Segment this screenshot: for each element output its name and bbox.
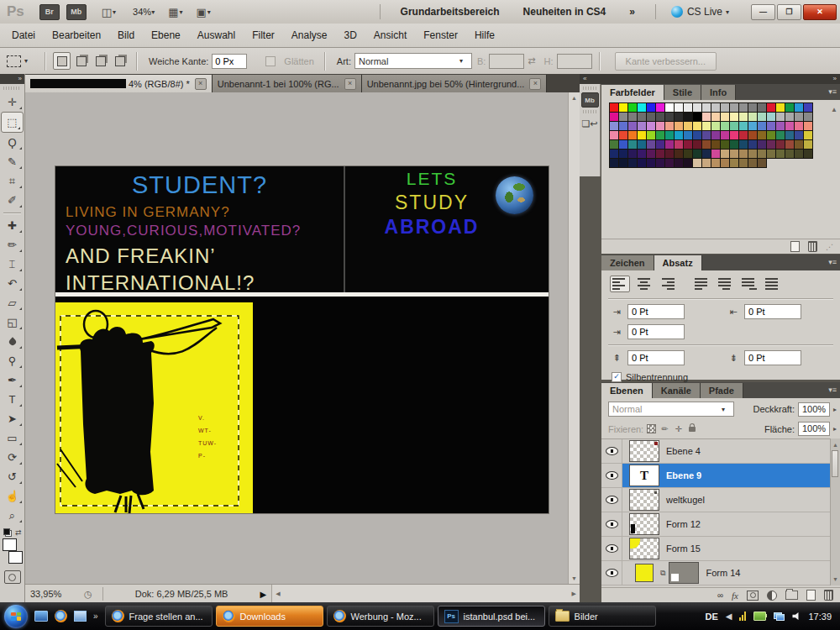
color-swatch[interactable] <box>619 103 627 112</box>
start-button[interactable] <box>4 605 28 628</box>
color-swatch[interactable] <box>647 140 655 149</box>
color-swatch[interactable] <box>721 150 729 158</box>
color-swatch[interactable] <box>795 113 803 121</box>
lock-transparency-icon[interactable] <box>647 424 656 433</box>
layer-row-form-14[interactable]: ⧉ Form 14 <box>601 561 840 585</box>
color-swatch[interactable] <box>693 103 701 112</box>
history-brush-tool-icon[interactable]: ↶ <box>0 274 24 293</box>
default-colors-icon[interactable] <box>3 528 12 537</box>
layer-thumbnail[interactable] <box>629 538 659 559</box>
color-swatch[interactable] <box>693 131 701 139</box>
color-swatch[interactable] <box>638 140 646 149</box>
wifi-icon[interactable] <box>739 612 746 621</box>
color-swatch[interactable] <box>721 122 729 130</box>
color-swatch[interactable] <box>767 150 775 158</box>
taskbar-button-istanbul-psd[interactable]: Ps istanbul.psd bei... <box>438 606 545 627</box>
layer-style-icon[interactable]: fx <box>732 591 738 601</box>
color-swatch[interactable] <box>684 140 692 149</box>
quicklaunch-overflow-icon[interactable]: » <box>93 612 98 621</box>
space-before-field[interactable] <box>627 350 685 365</box>
foreground-color-swatch[interactable] <box>3 538 17 551</box>
width-input[interactable] <box>489 54 524 69</box>
tab-stile[interactable]: Stile <box>664 85 701 100</box>
layer-name[interactable]: Form 15 <box>666 543 701 554</box>
lock-all-icon[interactable] <box>689 427 696 432</box>
color-swatch[interactable] <box>619 122 627 130</box>
color-swatch[interactable] <box>702 159 711 167</box>
toolbox-grip[interactable] <box>3 87 21 90</box>
link-dimensions-icon[interactable]: ⇄ <box>528 55 535 66</box>
style-select[interactable]: Normal ▾ <box>354 53 472 69</box>
menu-auswahl[interactable]: Auswahl <box>189 29 244 41</box>
color-swatch[interactable] <box>711 113 720 121</box>
space-after-field[interactable] <box>744 350 801 365</box>
color-swatch[interactable] <box>684 122 692 130</box>
color-swatch[interactable] <box>693 150 701 158</box>
tray-expand-icon[interactable]: ◀ <box>726 612 732 621</box>
layer-mask-thumbnail[interactable] <box>669 562 699 584</box>
color-swatch[interactable] <box>739 113 748 121</box>
color-swatch[interactable] <box>684 113 692 121</box>
color-swatch[interactable] <box>675 159 683 167</box>
layer-row-weltkugel[interactable]: weltkugel <box>601 488 840 512</box>
color-swatch[interactable] <box>748 113 757 121</box>
selection-mode-new-button[interactable] <box>53 52 71 70</box>
color-swatch[interactable] <box>684 159 692 167</box>
document-tab[interactable]: Unbenannt.jpg bei 50% (Hintergrund... × <box>362 75 548 92</box>
firefox-quicklaunch-icon[interactable] <box>55 610 67 622</box>
color-swatch[interactable] <box>785 131 794 139</box>
antialias-checkbox[interactable] <box>265 56 276 66</box>
color-swatch[interactable] <box>730 150 738 158</box>
color-swatch[interactable] <box>656 103 664 112</box>
toolbox-collapse-icon[interactable]: » <box>0 74 24 84</box>
color-swatch[interactable] <box>758 140 766 149</box>
indent-right-field[interactable] <box>744 304 801 319</box>
color-swatch[interactable] <box>693 140 701 149</box>
tab-pfade[interactable]: Pfade <box>701 383 743 398</box>
color-swatch[interactable] <box>675 150 683 158</box>
align-center-button[interactable] <box>633 276 654 292</box>
arrange-dropdown-icon[interactable]: ▾ <box>179 8 182 16</box>
color-swatch[interactable] <box>804 140 812 149</box>
color-swatch[interactable] <box>628 122 637 130</box>
layer-comps-panel-icon[interactable]: ❏↩ <box>582 118 598 132</box>
color-swatch[interactable] <box>647 103 655 112</box>
color-swatch[interactable] <box>804 150 812 158</box>
color-swatch[interactable] <box>665 122 674 130</box>
new-group-icon[interactable] <box>785 591 798 600</box>
layer-row-form-12[interactable]: Form 12 <box>601 512 840 537</box>
color-swatch[interactable] <box>721 140 729 149</box>
delete-swatch-icon[interactable] <box>808 241 817 252</box>
color-swatch[interactable] <box>628 140 637 149</box>
color-swatch[interactable] <box>619 113 627 121</box>
vertical-scrollbar[interactable]: ▲ ▼ <box>568 92 580 584</box>
color-swatch[interactable] <box>675 140 683 149</box>
panel-menu-icon[interactable]: ▾≡ <box>828 258 837 266</box>
color-swatch[interactable] <box>785 122 794 130</box>
color-swatch[interactable] <box>785 113 794 121</box>
swap-colors-icon[interactable]: ⇄ <box>15 528 22 537</box>
panel-menu-icon[interactable]: ▾≡ <box>828 386 837 394</box>
layer-thumbnail[interactable] <box>629 440 659 462</box>
color-swatch[interactable] <box>804 113 812 121</box>
color-swatch[interactable] <box>776 103 785 112</box>
color-swatch[interactable] <box>758 122 766 130</box>
visibility-toggle[interactable] <box>601 464 622 487</box>
color-swatch[interactable] <box>665 131 674 139</box>
minimize-button[interactable]: — <box>751 4 775 20</box>
tool-preset-picker[interactable]: ▾ <box>7 55 33 67</box>
color-swatch[interactable] <box>702 131 711 139</box>
color-swatch[interactable] <box>675 122 683 130</box>
refine-edge-button[interactable]: Kante verbessern... <box>615 52 717 71</box>
lasso-tool-icon[interactable]: Ϙ <box>0 133 24 152</box>
color-swatch[interactable] <box>767 113 775 121</box>
color-swatch[interactable] <box>656 150 664 158</box>
eraser-tool-icon[interactable]: ▱ <box>0 293 24 312</box>
first-line-indent-field[interactable] <box>627 324 685 339</box>
resize-grip-icon[interactable]: ⋰ <box>826 243 833 251</box>
clone-stamp-tool-icon[interactable]: ⌶ <box>0 255 24 274</box>
menu-datei[interactable]: Datei <box>3 29 44 41</box>
color-swatch[interactable] <box>610 103 618 112</box>
color-swatch[interactable] <box>767 140 775 149</box>
menu-filter[interactable]: Filter <box>244 29 283 41</box>
